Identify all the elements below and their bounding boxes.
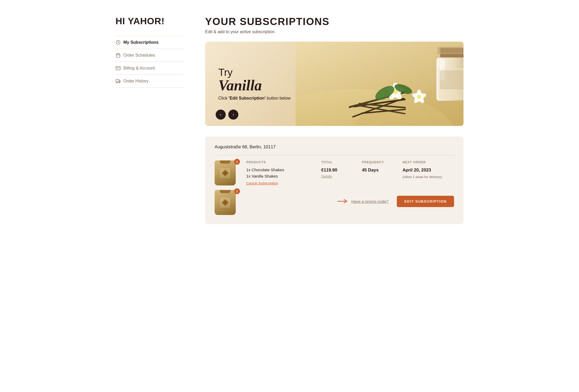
next-arrow-icon: ›	[233, 112, 234, 117]
promo-desc-bold: 'Edit Subscription'	[229, 96, 266, 100]
subscription-footer: Have a promo code? EDIT SUBSCRIPTION	[246, 192, 454, 207]
vanilla-scene-svg	[296, 42, 464, 126]
next-order-column: NEXT ORDER April 20, 2023 (Allow 1 week …	[403, 160, 454, 185]
frequency-value: 45 Days	[362, 167, 396, 174]
svg-rect-5	[116, 67, 120, 70]
bag-diamond-1	[221, 169, 229, 177]
cancel-subscription-link[interactable]: Cancel Subscription	[246, 181, 315, 185]
order-schedules-label: Order Schedules	[123, 53, 155, 58]
promo-desc-suffix: button below	[266, 96, 291, 100]
truck-icon	[115, 79, 121, 84]
promo-arrow-icon	[337, 199, 348, 204]
edit-subscription-button[interactable]: EDIT SUBSCRIPTION	[397, 196, 454, 207]
total-column: TOTAL €119.90 Details	[321, 160, 355, 185]
sidebar-item-order-schedules[interactable]: Order Schedules	[115, 49, 184, 62]
svg-rect-37	[440, 48, 464, 53]
promo-text-area: Try Vanilla Click 'Edit Subscription' bu…	[205, 56, 304, 111]
product-images: 1 1	[215, 160, 238, 216]
product-2-name: 1x Vanilla Shakes	[246, 173, 315, 179]
product-badge-1: 1	[234, 159, 240, 165]
order-history-label: Order History	[123, 79, 148, 84]
svg-point-9	[116, 82, 117, 83]
calendar-icon	[115, 53, 121, 58]
order-schedules-link[interactable]: Order Schedules	[115, 53, 184, 58]
bag-logo-1	[220, 168, 230, 178]
order-history-link[interactable]: Order History	[115, 79, 184, 84]
promo-banner: Try Vanilla Click 'Edit Subscription' bu…	[205, 42, 464, 126]
main-content: YOUR SUBSCRIPTIONS Edit & add to your ac…	[205, 16, 464, 224]
promo-try-label: Try	[218, 67, 291, 78]
next-order-note: (Allow 1 week for delivery)	[403, 175, 454, 179]
product-image-2: 1	[215, 190, 238, 216]
svg-rect-42	[440, 71, 464, 89]
subscription-details: PRODUCTS 1x Chocolate Shakes 1x Vanilla …	[246, 160, 454, 207]
promo-prev-button[interactable]: ‹	[216, 110, 226, 120]
promo-code-area: Have a promo code?	[337, 199, 388, 204]
svg-rect-38	[440, 54, 464, 58]
next-order-header: NEXT ORDER	[403, 160, 454, 164]
promo-next-button[interactable]: ›	[228, 110, 238, 120]
svg-marker-8	[119, 80, 120, 82]
products-column: PRODUCTS 1x Chocolate Shakes 1x Vanilla …	[246, 160, 315, 185]
subscription-card: Auguststraße 68, Berlin, 10117 1 1	[205, 136, 464, 224]
frequency-header: FREQUENCY	[362, 160, 396, 164]
sidebar-nav: My Subscriptions Order Schedules	[115, 36, 184, 88]
prev-arrow-icon: ‹	[220, 112, 221, 117]
product-1-name: 1x Chocolate Shakes	[246, 167, 315, 173]
details-link[interactable]: Details	[321, 174, 332, 178]
total-value: €119.90	[321, 167, 355, 174]
bag-logo-2	[220, 198, 230, 207]
bag-diamond-2	[221, 199, 229, 206]
promo-image	[296, 42, 464, 126]
promo-description: Click 'Edit Subscription' button below	[218, 96, 291, 101]
sidebar-item-my-subscriptions[interactable]: My Subscriptions	[115, 36, 184, 49]
promo-desc-prefix: Click	[218, 96, 229, 100]
my-subscriptions-link[interactable]: My Subscriptions	[115, 40, 184, 45]
page-title: YOUR SUBSCRIPTIONS	[205, 16, 464, 27]
total-header: TOTAL	[321, 160, 355, 164]
products-header: PRODUCTS	[246, 160, 315, 164]
greeting: HI YAHOR!	[115, 16, 184, 26]
credit-card-icon	[115, 66, 121, 71]
svg-rect-7	[116, 79, 119, 82]
product-bag-1	[215, 160, 236, 185]
product-bag-2	[215, 190, 236, 215]
billing-account-label: Billing & Account	[123, 66, 155, 71]
sidebar: HI YAHOR! My Subscriptions	[115, 16, 184, 224]
next-order-date: April 20, 2023	[403, 167, 454, 174]
sidebar-item-order-history[interactable]: Order History	[115, 75, 184, 88]
svg-rect-1	[116, 54, 120, 57]
product-image-1: 1	[215, 160, 238, 187]
frequency-column: FREQUENCY 45 Days	[362, 160, 396, 185]
page-subtitle: Edit & add to your active subscription.	[205, 30, 464, 34]
svg-point-33	[417, 95, 421, 99]
arrow-svg	[337, 199, 348, 204]
my-subscriptions-label: My Subscriptions	[123, 40, 158, 45]
clock-icon	[115, 40, 121, 45]
promo-code-link[interactable]: Have a promo code?	[351, 199, 388, 204]
promo-product-name: Vanilla	[218, 78, 291, 93]
billing-account-link[interactable]: Billing & Account	[115, 66, 184, 71]
details-grid: PRODUCTS 1x Chocolate Shakes 1x Vanilla …	[246, 160, 454, 185]
product-badge-2: 1	[234, 188, 240, 194]
svg-point-10	[119, 82, 120, 83]
subscription-body: 1 1	[215, 160, 454, 216]
subscription-address: Auguststraße 68, Berlin, 10117	[215, 144, 454, 155]
sidebar-item-billing-account[interactable]: Billing & Account	[115, 62, 184, 75]
